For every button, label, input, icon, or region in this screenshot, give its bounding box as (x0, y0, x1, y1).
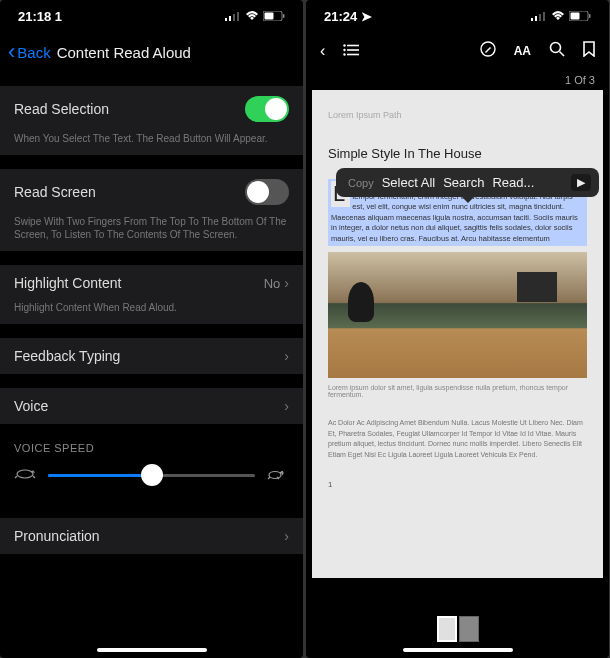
page-number: 1 (328, 480, 587, 489)
feedback-label: Feedback Typing (14, 348, 120, 364)
battery-icon (569, 11, 591, 21)
svg-rect-19 (347, 49, 359, 51)
back-chevron-icon[interactable]: ‹ (8, 39, 15, 65)
menu-select-all[interactable]: Select All (378, 175, 439, 190)
svg-rect-9 (531, 18, 533, 21)
highlight-section: Highlight Content No› Highlight Content … (0, 265, 303, 324)
feedback-section: Feedback Typing › (0, 338, 303, 374)
read-screen-desc: Swipe With Two Fingers From The Top To T… (0, 215, 303, 251)
pronunciation-row[interactable]: Pronunciation › (0, 518, 303, 554)
page-indicator: 1 Of 3 (306, 70, 609, 90)
back-label[interactable]: Back (17, 44, 50, 61)
home-indicator[interactable] (403, 648, 513, 652)
status-indicators (225, 11, 285, 21)
svg-rect-10 (535, 16, 537, 21)
battery-icon (263, 11, 285, 21)
thumb-page-1[interactable] (437, 616, 457, 642)
signal-icon (225, 11, 241, 21)
svg-rect-21 (347, 54, 359, 56)
menu-search[interactable]: Search (439, 175, 488, 190)
article-image (328, 252, 587, 378)
wifi-icon (551, 11, 565, 21)
highlight-label: Highlight Content (14, 275, 121, 291)
thumb-page-2[interactable] (459, 616, 479, 642)
image-caption: Lorem ipsum dolor sit amet, ligula suspe… (328, 384, 587, 398)
doc-title: Simple Style In The House (328, 146, 587, 161)
location-icon: ➤ (361, 9, 372, 24)
read-screen-row[interactable]: Read Screen (0, 169, 303, 215)
nav-header: ‹ Back Content Read Aloud (0, 32, 303, 72)
read-selection-row[interactable]: Read Selection (0, 86, 303, 132)
read-screen-toggle[interactable] (245, 179, 289, 205)
svg-rect-15 (589, 14, 591, 18)
toc-icon[interactable] (343, 42, 359, 60)
highlight-desc: Highlight Content When Read Aloud. (0, 301, 303, 324)
svg-point-20 (344, 53, 346, 55)
read-selection-section: Read Selection When You Select The Text.… (0, 86, 303, 155)
svg-rect-6 (283, 14, 285, 18)
chevron-right-icon: › (284, 528, 289, 544)
voice-section: Voice › (0, 388, 303, 424)
footer-paragraph: Ac Dolor Ac Adipiscing Amet Bibendum Nul… (328, 418, 587, 460)
voice-row[interactable]: Voice › (0, 388, 303, 424)
status-time: 21:18 1 (18, 9, 62, 24)
svg-point-16 (344, 44, 346, 46)
nav-title: Content Read Aloud (57, 44, 191, 61)
voice-speed-label: VOICE SPEED (0, 424, 303, 460)
svg-rect-11 (539, 14, 541, 21)
svg-rect-1 (229, 16, 231, 21)
svg-point-7 (17, 470, 33, 478)
chevron-right-icon: › (284, 275, 289, 291)
status-left: 21:24 ➤ (324, 9, 372, 24)
voice-speed-section: VOICE SPEED (0, 424, 303, 504)
menu-read[interactable]: Read... (488, 175, 538, 190)
text-context-menu: Copy Select All Search Read... ▶ (336, 168, 599, 197)
page-thumbnails (437, 616, 479, 642)
status-time: 21:24 (324, 9, 357, 24)
read-selection-desc: When You Select The Text. The Read Butto… (0, 132, 303, 155)
status-indicators (531, 11, 591, 21)
menu-more-icon[interactable]: ▶ (571, 174, 591, 191)
pen-icon[interactable] (480, 41, 496, 61)
search-icon[interactable] (549, 41, 565, 61)
doc-breadcrumb: Lorem Ipsum Path (328, 110, 587, 120)
text-size-icon[interactable]: AA (514, 44, 531, 58)
svg-rect-17 (347, 45, 359, 47)
home-indicator[interactable] (97, 648, 207, 652)
svg-point-23 (551, 43, 561, 53)
slider-thumb[interactable] (141, 464, 163, 486)
rabbit-icon (265, 466, 289, 484)
voice-label: Voice (14, 398, 48, 414)
svg-rect-5 (265, 13, 274, 20)
svg-point-8 (269, 472, 281, 479)
wifi-icon (245, 11, 259, 21)
svg-rect-14 (571, 13, 580, 20)
voice-speed-slider[interactable] (48, 474, 255, 477)
signal-icon (531, 11, 547, 21)
highlight-value: No (264, 276, 281, 291)
svg-rect-2 (233, 14, 235, 21)
svg-rect-12 (543, 12, 545, 21)
svg-point-18 (344, 49, 346, 51)
read-selection-toggle[interactable] (245, 96, 289, 122)
highlight-row[interactable]: Highlight Content No› (0, 265, 303, 301)
feedback-row[interactable]: Feedback Typing › (0, 338, 303, 374)
turtle-icon (14, 466, 38, 484)
read-selection-label: Read Selection (14, 101, 109, 117)
svg-line-24 (560, 52, 565, 57)
settings-screen: 21:18 1 ‹ Back Content Read Aloud Read S… (0, 0, 303, 658)
reader-toolbar: ‹ AA (306, 32, 609, 70)
read-screen-section: Read Screen Swipe With Two Fingers From … (0, 169, 303, 251)
pronunciation-label: Pronunciation (14, 528, 100, 544)
svg-rect-0 (225, 18, 227, 21)
svg-rect-3 (237, 12, 239, 21)
back-button[interactable]: ‹ (320, 42, 325, 60)
voice-speed-slider-row (0, 460, 303, 504)
status-bar: 21:18 1 (0, 0, 303, 32)
chevron-right-icon: › (284, 398, 289, 414)
chevron-right-icon: › (284, 348, 289, 364)
reader-screen: 21:24 ➤ ‹ AA (306, 0, 609, 658)
bookmark-icon[interactable] (583, 41, 595, 61)
menu-copy[interactable]: Copy (344, 177, 378, 189)
document-viewer[interactable]: Lorem Ipsum Path Simple Style In The Hou… (312, 90, 603, 578)
